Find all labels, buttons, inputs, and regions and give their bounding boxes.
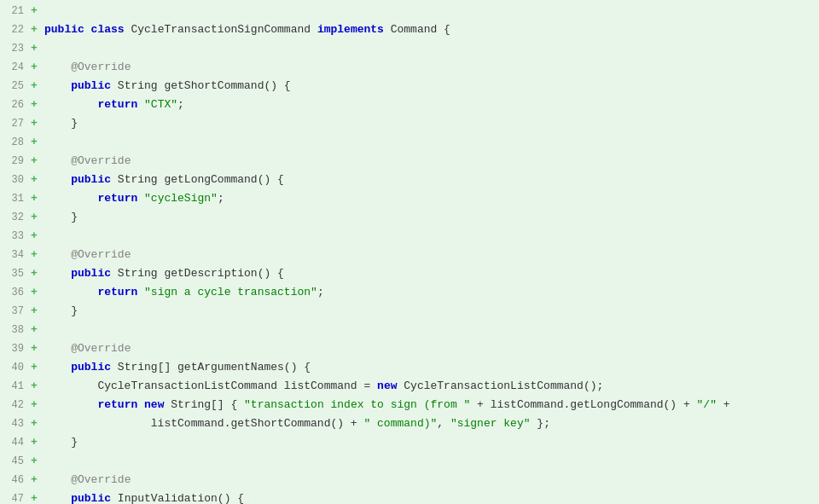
line-number-33: 33 (0, 227, 31, 246)
code-line-34: 34 + @Override (0, 246, 819, 264)
line-number-23: 23 (0, 39, 31, 58)
line-content-46: @Override (44, 471, 819, 490)
diff-marker-30: + (31, 171, 44, 189)
code-line-32: 32 + } (0, 208, 819, 227)
line-number-30: 30 (0, 171, 31, 189)
code-line-21: 21 + (0, 2, 819, 20)
line-number-38: 38 (0, 321, 31, 339)
diff-marker-42: + (31, 396, 44, 414)
code-line-38: 38 + (0, 321, 819, 339)
diff-marker-29: + (31, 152, 44, 171)
diff-marker-23: + (31, 39, 44, 58)
line-number-28: 28 (0, 133, 31, 152)
line-number-26: 26 (0, 96, 31, 114)
line-content-25: public String getShortCommand() { (44, 77, 819, 96)
line-number-40: 40 (0, 358, 31, 377)
line-number-45: 45 (0, 452, 31, 471)
diff-marker-36: + (31, 283, 44, 302)
diff-marker-40: + (31, 358, 44, 377)
line-number-21: 21 (0, 2, 31, 20)
diff-marker-34: + (31, 246, 44, 264)
diff-marker-39: + (31, 339, 44, 358)
code-line-25: 25 + public String getShortCommand() { (0, 77, 819, 96)
line-content-42: return new String[] { "transaction index… (44, 396, 819, 414)
line-content-32: } (44, 208, 819, 227)
code-line-35: 35 + public String getDescription() { (0, 264, 819, 283)
diff-marker-41: + (31, 377, 44, 396)
diff-marker-45: + (31, 452, 44, 471)
diff-marker-43: + (31, 414, 44, 433)
line-number-42: 42 (0, 396, 31, 414)
line-content-44: } (44, 433, 819, 452)
line-number-41: 41 (0, 377, 31, 396)
diff-marker-35: + (31, 264, 44, 283)
code-line-26: 26 + return "CTX"; (0, 96, 819, 114)
diff-marker-32: + (31, 208, 44, 227)
line-content-30: public String getLongCommand() { (44, 171, 819, 189)
line-number-25: 25 (0, 77, 31, 96)
line-content-29: @Override (44, 152, 819, 171)
diff-marker-47: + (31, 490, 44, 504)
diff-marker-28: + (31, 133, 44, 152)
diff-marker-44: + (31, 433, 44, 452)
line-number-43: 43 (0, 414, 31, 433)
line-number-44: 44 (0, 433, 31, 452)
line-content-40: public String[] getArgumentNames() { (44, 358, 819, 377)
line-content-22: public class CycleTransactionSignCommand… (44, 20, 819, 39)
diff-marker-24: + (31, 58, 44, 77)
diff-marker-25: + (31, 77, 44, 96)
line-number-29: 29 (0, 152, 31, 171)
line-content-43: listCommand.getShortCommand() + " comman… (44, 414, 819, 433)
line-content-34: @Override (44, 246, 819, 264)
line-content-31: return "cycleSign"; (44, 189, 819, 208)
diff-marker-37: + (31, 302, 44, 321)
code-line-41: 41 + CycleTransactionListCommand listCom… (0, 377, 819, 396)
code-line-40: 40 + public String[] getArgumentNames() … (0, 358, 819, 377)
line-content-39: @Override (44, 339, 819, 358)
line-content-26: return "CTX"; (44, 96, 819, 114)
line-number-32: 32 (0, 208, 31, 227)
line-content-37: } (44, 302, 819, 321)
line-content-24: @Override (44, 58, 819, 77)
diff-marker-46: + (31, 471, 44, 490)
line-number-36: 36 (0, 283, 31, 302)
line-number-24: 24 (0, 58, 31, 77)
code-line-23: 23 + (0, 39, 819, 58)
code-editor: 21 + 22 + public class CycleTransactionS… (0, 0, 819, 504)
code-line-44: 44 + } (0, 433, 819, 452)
line-content-36: return "sign a cycle transaction"; (44, 283, 819, 302)
diff-marker-33: + (31, 227, 44, 246)
code-line-30: 30 + public String getLongCommand() { (0, 171, 819, 189)
code-line-42: 42 + return new String[] { "transaction … (0, 396, 819, 414)
line-number-27: 27 (0, 114, 31, 133)
code-line-27: 27 + } (0, 114, 819, 133)
line-content-35: public String getDescription() { (44, 264, 819, 283)
line-content-41: CycleTransactionListCommand listCommand … (44, 377, 819, 396)
diff-marker-22: + (31, 20, 44, 39)
code-line-24: 24 + @Override (0, 58, 819, 77)
code-line-29: 29 + @Override (0, 152, 819, 171)
diff-marker-26: + (31, 96, 44, 114)
code-line-31: 31 + return "cycleSign"; (0, 189, 819, 208)
code-line-36: 36 + return "sign a cycle transaction"; (0, 283, 819, 302)
code-line-37: 37 + } (0, 302, 819, 321)
code-line-28: 28 + (0, 133, 819, 152)
code-line-47: 47 + public InputValidation() { (0, 490, 819, 504)
code-line-43: 43 + listCommand.getShortCommand() + " c… (0, 414, 819, 433)
line-content-27: } (44, 114, 819, 133)
diff-marker-31: + (31, 189, 44, 208)
diff-marker-21: + (31, 2, 44, 20)
line-number-31: 31 (0, 189, 31, 208)
line-content-47: public InputValidation() { (44, 490, 819, 504)
line-number-37: 37 (0, 302, 31, 321)
code-line-33: 33 + (0, 227, 819, 246)
code-line-22: 22 + public class CycleTransactionSignCo… (0, 20, 819, 39)
line-number-39: 39 (0, 339, 31, 358)
code-line-39: 39 + @Override (0, 339, 819, 358)
line-number-34: 34 (0, 246, 31, 264)
diff-marker-27: + (31, 114, 44, 133)
line-number-35: 35 (0, 264, 31, 283)
diff-marker-38: + (31, 321, 44, 339)
line-number-22: 22 (0, 20, 31, 39)
line-number-46: 46 (0, 471, 31, 490)
